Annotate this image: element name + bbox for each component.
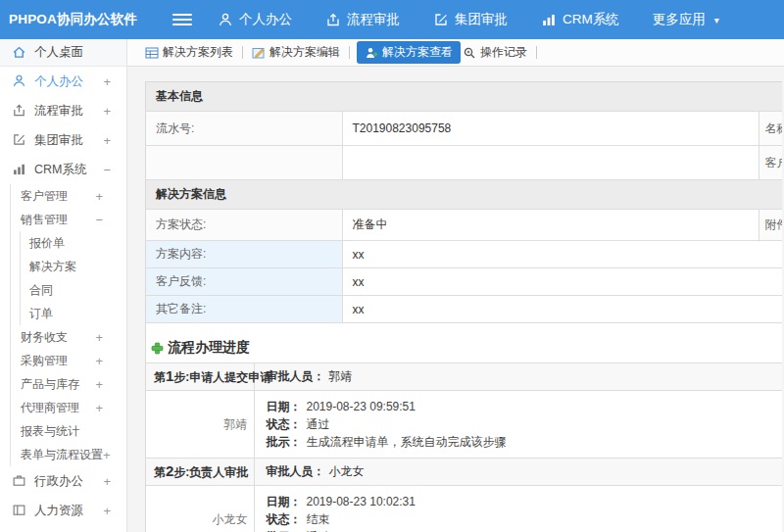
sidebar-item-label: 代理商管理 [21, 400, 79, 416]
expand-icon[interactable]: + [95, 354, 103, 368]
table-row: 方案状态: 准备中 附件 [146, 210, 782, 241]
tab-label: 操作记录 [480, 44, 527, 61]
topnav-crm-system[interactable]: CRM系统 [541, 11, 619, 28]
sidebar-item-order[interactable]: 订单 [21, 302, 126, 325]
step-header-row: 第2步:负责人审批 审批人员：小龙女 [146, 459, 782, 486]
detail-remark: 批示：通过 [267, 528, 783, 532]
field-value: xx [342, 241, 782, 268]
expand-icon[interactable]: + [95, 330, 103, 345]
upload-icon [325, 12, 341, 27]
main-content: 解决方案列表 解决方案编辑 解决方案查看 操作记录 基本信息 [127, 39, 784, 532]
expand-icon[interactable]: + [103, 133, 111, 148]
sidebar-item-customer-mgmt[interactable]: 客户管理 + [11, 184, 126, 208]
sidebar-item-label: 客户管理 [21, 188, 68, 205]
sidebar-item-label: 流程审批 [34, 103, 83, 120]
sidebar-item-label: 解决方案 [29, 259, 76, 275]
table-row: 客户 [146, 146, 782, 180]
tab-operation-log[interactable]: 操作记录 [461, 41, 529, 64]
list-icon [145, 46, 159, 60]
approver-cell: 审批人员：郭靖 [254, 363, 782, 391]
chart-icon [12, 162, 27, 177]
tab-solution-view[interactable]: 解决方案查看 [357, 41, 461, 64]
sidebar-item-human-resources[interactable]: 人力资源 + [0, 496, 126, 525]
expand-icon[interactable]: + [103, 474, 111, 489]
topnav-label: 流程审批 [347, 11, 400, 28]
table-row: 其它备注: xx [146, 296, 782, 323]
sidebar-item-label: 财务收支 [21, 329, 68, 346]
sidebar-item-personal-office[interactable]: 个人办公 + [0, 67, 126, 96]
sidebar-item-products-inventory[interactable]: 产品与库存 + [11, 372, 126, 396]
tab-bar: 解决方案列表 解决方案编辑 解决方案查看 操作记录 [127, 39, 784, 67]
workflow-steps-table: 第1步:申请人提交申请 审批人员：郭靖 郭靖 日期：2019-08-23 09:… [146, 363, 782, 532]
tab-solution-list[interactable]: 解决方案列表 [143, 41, 235, 64]
chart-icon [541, 12, 557, 27]
home-icon [12, 45, 27, 61]
collapse-icon[interactable]: − [95, 213, 103, 227]
topnav-group-approval[interactable]: 集团审批 [433, 11, 508, 28]
sidebar-item-solution[interactable]: 解决方案 [21, 255, 126, 278]
progress-section-title: 流程办理进度 [151, 339, 782, 357]
menu-toggle-icon[interactable] [172, 11, 192, 28]
field-value: xx [342, 296, 782, 323]
topnav-workflow-approval[interactable]: 流程审批 [325, 11, 400, 28]
sidebar-item-desktop[interactable]: 个人桌面 [0, 39, 126, 67]
expand-icon[interactable]: + [95, 401, 103, 415]
topnav-more-apps[interactable]: 更多应用 ▾ [653, 11, 719, 28]
plus-icon [151, 342, 164, 355]
collapse-icon[interactable]: − [103, 163, 111, 177]
sidebar-item-workflow-approval[interactable]: 流程审批 + [0, 96, 126, 125]
briefcase-icon [12, 473, 27, 489]
status-value: 准备中 [342, 210, 759, 241]
section-header-solution-info: 解决方案信息 [146, 180, 782, 210]
field-label: 其它备注: [146, 296, 342, 323]
table-row: 流水号: T20190823095758 名称 [146, 112, 782, 146]
sidebar-item-form-workflow-settings[interactable]: 表单与流程设置 + [11, 443, 126, 466]
field-label: 方案状态: [146, 210, 342, 241]
step-detail-row: 郭靖 日期：2019-08-23 09:59:51 状态：通过 批示：生成流程申… [146, 391, 782, 459]
section-title: 解决方案信息 [146, 180, 782, 210]
approver-name: 小龙女 [146, 486, 254, 532]
sidebar-item-contract[interactable]: 合同 [21, 278, 126, 302]
sidebar-item-purchasing[interactable]: 采购管理 + [11, 349, 126, 372]
divider [536, 46, 537, 59]
step-label: 第2步:负责人审批 [146, 459, 254, 486]
sidebar-item-finance[interactable]: 财务收支 + [11, 325, 126, 349]
edit-icon [433, 12, 449, 27]
expand-icon[interactable]: + [95, 377, 103, 392]
sidebar-item-sales-mgmt[interactable]: 销售管理 − [11, 208, 126, 231]
sidebar-item-quotation[interactable]: 报价单 [21, 231, 126, 255]
sidebar-item-label: 个人桌面 [34, 44, 83, 61]
field-label: 客户反馈: [146, 268, 342, 296]
topnav-label: 个人办公 [239, 11, 292, 28]
sidebar-item-group-approval[interactable]: 集团审批 + [0, 125, 126, 155]
sidebar-item-agent-mgmt[interactable]: 代理商管理 + [11, 396, 126, 419]
field-label [146, 146, 342, 180]
tab-label: 解决方案编辑 [270, 44, 340, 61]
caret-down-icon: ▾ [714, 15, 719, 25]
user-view-icon [365, 46, 378, 60]
expand-icon[interactable]: + [103, 448, 111, 462]
sidebar-item-crm-system[interactable]: CRM系统 − [0, 155, 126, 184]
field-value [342, 146, 759, 180]
sidebar-item-admin-office[interactable]: 行政办公 + [0, 466, 126, 496]
tab-solution-edit[interactable]: 解决方案编辑 [250, 41, 342, 64]
sidebar-item-reports-stats[interactable]: 报表与统计 [11, 419, 126, 443]
solution-form-table: 基本信息 流水号: T20190823095758 名称 客户 解决方案信息 方… [146, 82, 782, 323]
sidebar-item-label: 个人办公 [34, 73, 83, 90]
top-navigation: 个人办公 流程审批 集团审批 CRM系统 更多应用 ▾ [218, 11, 753, 28]
field-value: xx [342, 268, 782, 296]
expand-icon[interactable]: + [103, 104, 111, 119]
user-icon [12, 73, 27, 89]
step-detail-cell: 日期：2019-08-23 10:02:31 状态：结束 批示：通过 [254, 486, 782, 532]
sidebar-item-label: 产品与库存 [21, 376, 79, 393]
expand-icon[interactable]: + [103, 74, 111, 89]
step-detail-row: 小龙女 日期：2019-08-23 10:02:31 状态：结束 批示：通过 [146, 486, 782, 532]
topnav-personal-office[interactable]: 个人办公 [218, 11, 292, 28]
expand-icon[interactable]: + [95, 189, 103, 204]
serial-number-value: T20190823095758 [342, 112, 759, 146]
solution-detail-panel: 基本信息 流水号: T20190823095758 名称 客户 解决方案信息 方… [145, 81, 782, 532]
progress-title-text: 流程办理进度 [168, 339, 250, 357]
topbar: PHPOA协同办公软件 个人办公 流程审批 集团审批 CRM系统 更多应用 ▾ [0, 0, 784, 39]
divider [242, 46, 243, 59]
expand-icon[interactable]: + [103, 504, 111, 518]
